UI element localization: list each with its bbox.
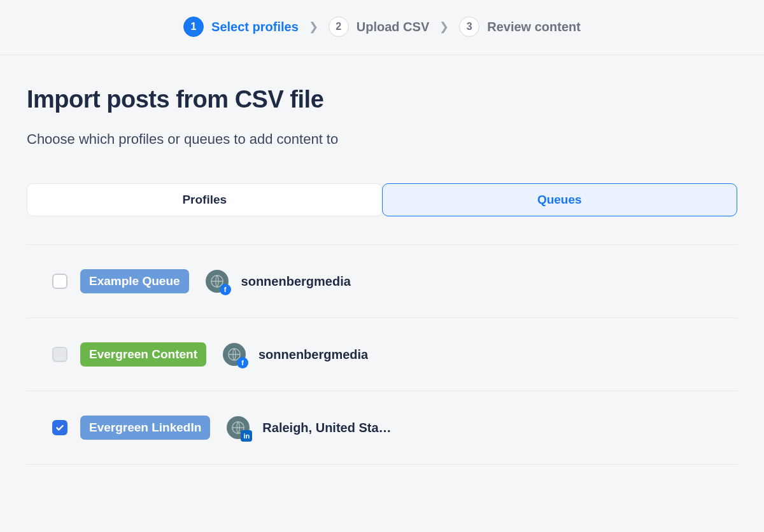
step-number: 3 <box>459 17 479 37</box>
step-2[interactable]: 2 Upload CSV <box>329 17 429 37</box>
tabs: Profiles Queues <box>27 183 737 216</box>
account-name: sonnenbergmedia <box>258 347 368 362</box>
step-number: 2 <box>329 17 349 37</box>
stepper: 1 Select profiles ❯ 2 Upload CSV ❯ 3 Rev… <box>0 0 764 55</box>
step-number: 1 <box>183 17 204 37</box>
page-title: Import posts from CSV file <box>27 86 737 113</box>
checkbox[interactable] <box>52 420 67 435</box>
queue-row-evergreen-content[interactable]: Evergreen Content f sonnenbergmedia <box>27 318 737 391</box>
linkedin-icon: in <box>241 430 252 442</box>
queue-row-evergreen-linkedin[interactable]: Evergreen LinkedIn in Raleigh, United St… <box>27 391 737 465</box>
step-3[interactable]: 3 Review content <box>459 17 581 37</box>
chevron-right-icon: ❯ <box>309 20 318 34</box>
checkbox <box>52 347 67 362</box>
step-label: Upload CSV <box>357 20 429 34</box>
account-name: sonnenbergmedia <box>241 274 351 289</box>
checkbox[interactable] <box>52 274 67 289</box>
account-name: Raleigh, United Sta… <box>262 421 391 435</box>
avatar: f <box>223 343 246 366</box>
chevron-right-icon: ❯ <box>439 20 449 34</box>
facebook-icon: f <box>237 357 248 368</box>
facebook-icon: f <box>220 284 231 295</box>
tab-profiles[interactable]: Profiles <box>27 183 383 216</box>
queue-badge: Evergreen Content <box>80 342 206 367</box>
step-label: Select profiles <box>211 20 299 34</box>
queue-list: Example Queue f sonnenbergmedia Evergree… <box>27 244 737 465</box>
check-icon <box>55 423 65 433</box>
queue-row-example-queue[interactable]: Example Queue f sonnenbergmedia <box>27 244 737 318</box>
tab-queues[interactable]: Queues <box>382 183 738 216</box>
step-1[interactable]: 1 Select profiles <box>183 17 299 37</box>
step-label: Review content <box>487 20 581 34</box>
main-content: Import posts from CSV file Choose which … <box>0 55 764 465</box>
queue-badge: Evergreen LinkedIn <box>80 416 210 440</box>
avatar: in <box>227 416 250 439</box>
avatar: f <box>206 270 229 293</box>
queue-badge: Example Queue <box>80 269 189 293</box>
page-subtitle: Choose which profiles or queues to add c… <box>27 131 737 148</box>
